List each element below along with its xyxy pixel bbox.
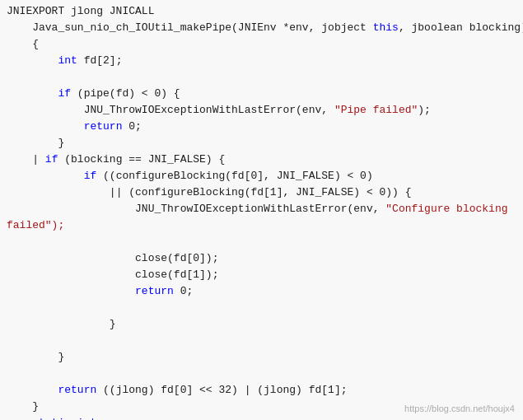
code-line: failed"); (0, 217, 523, 234)
code-line (0, 300, 523, 316)
code-line: { (0, 36, 523, 53)
code-line: || (configureBlocking(fd[1], JNI_FALSE) … (0, 184, 523, 201)
code-line: } (0, 316, 523, 333)
code-line: return 0; (0, 283, 523, 300)
code-line (0, 234, 523, 250)
code-line: | if (blocking == JNI_FALSE) { (0, 152, 523, 168)
code-line (0, 366, 523, 382)
code-line: } (0, 135, 523, 152)
code-line (0, 333, 523, 349)
code-line: close(fd[0]); (0, 250, 523, 267)
code-line: return ((jlong) fd[0] << 32) | (jlong) f… (0, 382, 523, 399)
code-line: if (pipe(fd) < 0) { (0, 86, 523, 102)
code-line: if ((configureBlocking(fd[0], JNI_FALSE)… (0, 168, 523, 184)
code-block: JNIEXPORT jlong JNICALL Java_sun_nio_ch_… (0, 3, 523, 420)
code-line: close(fd[1]); (0, 267, 523, 283)
code-line: int fd[2]; (0, 53, 523, 69)
code-line: JNIEXPORT jlong JNICALL (0, 3, 523, 20)
code-line: JNU_ThrowIOExceptionWithLastError(env, "… (0, 201, 523, 217)
code-line: static int (0, 415, 523, 420)
code-line: return 0; (0, 119, 523, 135)
code-container: JNIEXPORT jlong JNICALL Java_sun_nio_ch_… (0, 0, 523, 420)
watermark-text: https://blog.csdn.net/houjx4 (404, 404, 515, 413)
code-line: } (0, 349, 523, 366)
code-line: Java_sun_nio_ch_IOUtil_makePipe(JNIEnv *… (0, 20, 523, 36)
code-line (0, 69, 523, 86)
code-line: JNU_ThrowIOExceptionWithLastError(env, "… (0, 102, 523, 119)
